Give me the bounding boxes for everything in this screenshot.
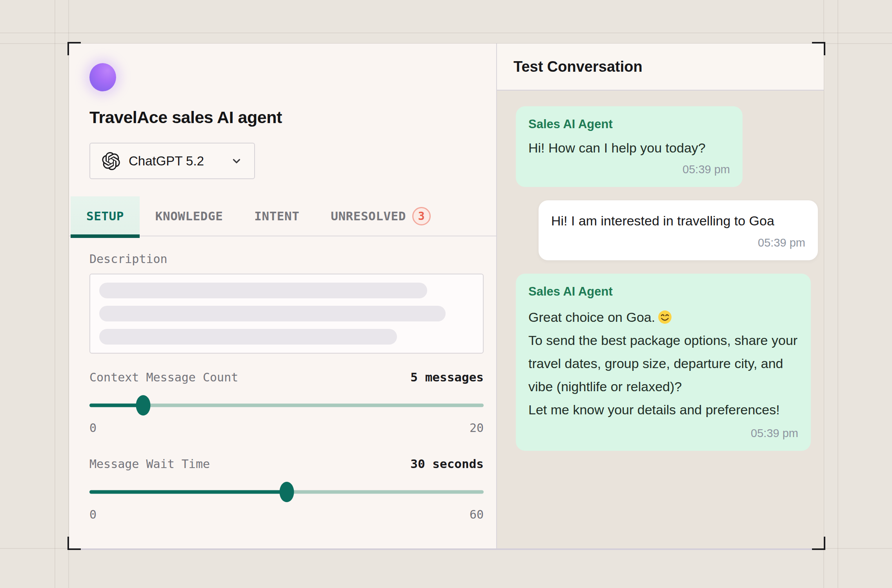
openai-logo-icon (102, 152, 120, 170)
message-text: Hi! I am interested in travelling to Goa (551, 211, 805, 230)
context-message-count-label: Context Message Count (89, 370, 238, 384)
canvas-guide-line (55, 0, 55, 588)
message-sender: Sales AI Agent (528, 117, 730, 131)
tab-label: UNRESOLVED (331, 209, 406, 223)
tab-bar: SETUP KNOWLEDGE INTENT UNRESOLVED 3 (69, 196, 496, 236)
slider-thumb[interactable] (136, 395, 150, 416)
context-message-count-group: Context Message Count 5 messages 0 20 (89, 354, 484, 435)
slider-max-label: 20 (470, 421, 484, 435)
chat-body: Sales AI Agent Hi! How can I help you to… (497, 91, 824, 548)
message-text: Great choice on Goa. (528, 306, 798, 329)
slider-min-label: 0 (89, 421, 96, 435)
context-message-count-value: 5 messages (410, 370, 484, 384)
skeleton-line (99, 283, 427, 298)
slider-min-label: 0 (89, 508, 96, 521)
model-selector-label: ChatGPT 5.2 (129, 154, 204, 169)
slider-thumb[interactable] (279, 482, 294, 502)
chevron-down-icon (231, 155, 242, 167)
message-text: Let me know your details and preferences… (528, 398, 798, 421)
message-wait-time-group: Message Wait Time 30 seconds 0 60 (89, 435, 484, 521)
message-timestamp: 05:39 pm (551, 236, 805, 249)
agent-message: Sales AI Agent Hi! How can I help you to… (516, 106, 743, 187)
tab-label: INTENT (254, 209, 299, 223)
setup-tab-content: Description Context Message Count 5 mess… (89, 236, 484, 521)
user-message: Hi! I am interested in travelling to Goa… (539, 200, 818, 260)
context-message-count-slider[interactable] (89, 395, 484, 416)
slider-fill (89, 404, 143, 407)
smiling-emoji-icon (657, 310, 672, 325)
description-label: Description (89, 252, 484, 266)
tab-label: SETUP (86, 209, 124, 223)
chat-header-title: Test Conversation (513, 58, 643, 75)
chat-header: Test Conversation (497, 44, 824, 91)
agent-message: Sales AI Agent Great choice on Goa. To s… (516, 274, 811, 451)
selection-corner-mark (67, 42, 81, 55)
tab-label: KNOWLEDGE (155, 209, 223, 223)
agent-builder-window: TravelAce sales AI agent ChatGPT 5.2 SET… (69, 44, 824, 548)
slider-max-label: 60 (470, 508, 484, 521)
selection-corner-mark (67, 537, 81, 550)
skeleton-line (99, 329, 397, 345)
agent-settings-panel: TravelAce sales AI agent ChatGPT 5.2 SET… (69, 44, 496, 548)
message-text: Hi! How can I help you today? (528, 138, 730, 158)
unresolved-count-badge: 3 (412, 207, 431, 225)
skeleton-line (99, 306, 446, 321)
agent-avatar (89, 63, 116, 91)
message-timestamp: 05:39 pm (528, 427, 798, 440)
selection-corner-mark (812, 537, 825, 550)
message-text: To send the best package options, share … (528, 329, 798, 398)
message-wait-time-slider[interactable] (89, 482, 484, 502)
tab-knowledge[interactable]: KNOWLEDGE (140, 196, 238, 236)
message-timestamp: 05:39 pm (528, 163, 730, 176)
message-sender: Sales AI Agent (528, 285, 798, 299)
test-conversation-panel: Test Conversation Sales AI Agent Hi! How… (496, 44, 824, 548)
message-wait-time-value: 30 seconds (410, 457, 484, 471)
tab-setup[interactable]: SETUP (71, 196, 140, 236)
tab-intent[interactable]: INTENT (238, 196, 315, 236)
slider-fill (89, 490, 287, 494)
model-selector[interactable]: ChatGPT 5.2 (89, 143, 255, 179)
canvas-guide-line (837, 0, 838, 588)
agent-title: TravelAce sales AI agent (89, 108, 484, 127)
description-input[interactable] (89, 274, 484, 354)
selection-corner-mark (812, 42, 825, 55)
tab-unresolved[interactable]: UNRESOLVED 3 (315, 196, 446, 236)
canvas-guide-line (0, 33, 892, 33)
message-wait-time-label: Message Wait Time (89, 457, 210, 471)
